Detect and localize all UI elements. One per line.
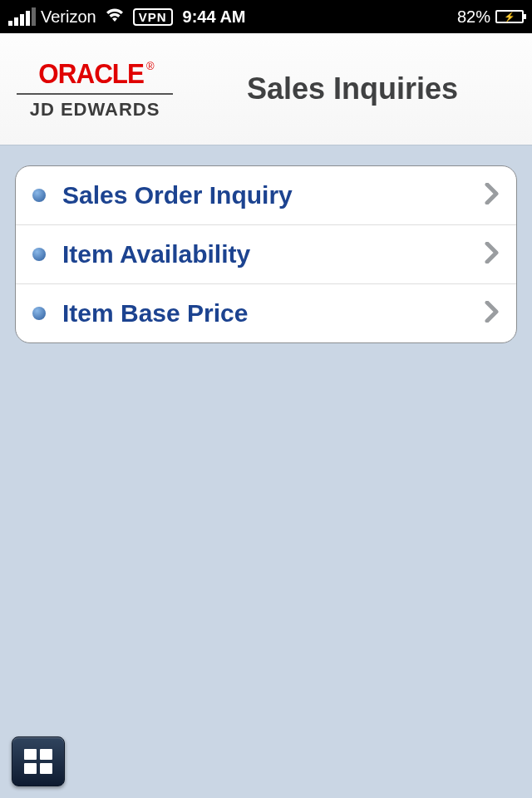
bullet-icon: [32, 189, 46, 202]
wifi-icon: [105, 7, 125, 27]
app-header: ORACLE ® JD EDWARDS Sales Inquiries: [0, 33, 532, 145]
brand-logo: ORACLE ® JD EDWARDS: [17, 58, 173, 121]
brand-secondary-text: JD EDWARDS: [30, 99, 160, 121]
menu-item-label: Sales Order Inquiry: [62, 181, 485, 209]
status-time: 9:44 AM: [183, 7, 246, 27]
carrier-label: Verizon: [41, 7, 96, 27]
apps-grid-button[interactable]: [12, 736, 65, 786]
brand-primary-text: ORACLE: [38, 58, 144, 90]
registered-mark: ®: [146, 60, 155, 72]
chevron-right-icon: [485, 183, 500, 208]
chevron-right-icon: [485, 301, 500, 326]
chevron-right-icon: [485, 242, 500, 267]
signal-icon: [8, 7, 36, 26]
page-title: Sales Inquiries: [206, 71, 515, 106]
battery-icon: ⚡: [495, 10, 524, 23]
menu-panel: Sales Order Inquiry Item Availability It…: [15, 165, 517, 343]
menu-item-sales-order-inquiry[interactable]: Sales Order Inquiry: [16, 166, 516, 225]
grid-icon: [24, 749, 52, 774]
brand-divider: [17, 93, 173, 95]
menu-item-item-base-price[interactable]: Item Base Price: [16, 284, 516, 342]
menu-item-item-availability[interactable]: Item Availability: [16, 225, 516, 284]
menu-item-label: Item Availability: [62, 240, 485, 268]
status-bar: Verizon VPN 9:44 AM 82% ⚡: [0, 0, 532, 33]
bullet-icon: [32, 248, 46, 261]
content-area: Sales Order Inquiry Item Availability It…: [0, 145, 532, 363]
menu-item-label: Item Base Price: [62, 299, 485, 328]
bullet-icon: [32, 307, 46, 320]
battery-percentage: 82%: [457, 7, 490, 27]
vpn-badge: VPN: [133, 8, 173, 26]
